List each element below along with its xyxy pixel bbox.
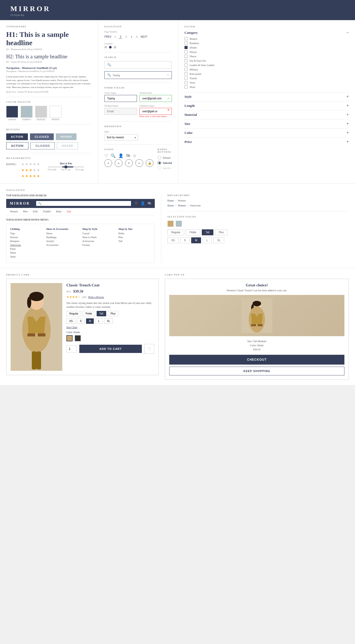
- filter-checkbox-military[interactable]: [184, 68, 188, 71]
- twitter-icon[interactable]: tw: [135, 159, 143, 167]
- filter-size-title[interactable]: Size +: [184, 122, 349, 126]
- filter-length-expand-icon[interactable]: +: [346, 103, 349, 108]
- facebook-icon[interactable]: f: [104, 159, 112, 167]
- nav-item-skirts[interactable]: Skirts: [10, 251, 43, 254]
- filter-item-blazers[interactable]: Blazers: [184, 37, 349, 40]
- add-to-cart-button[interactable]: ADD TO CART: [79, 345, 142, 353]
- nav-item-outerwear[interactable]: Outerwear: [10, 244, 43, 246]
- filter-checkbox-leather[interactable]: [184, 63, 188, 67]
- nav-item-jewelry[interactable]: Jewelry: [46, 240, 79, 243]
- filter-item-military[interactable]: Military: [184, 68, 349, 71]
- filter-color-expand-icon[interactable]: +: [346, 131, 349, 135]
- breadcrumb-home-1[interactable]: Home: [167, 199, 174, 202]
- fit-handle[interactable]: [64, 165, 67, 168]
- nav-item-dresses[interactable]: Dresses: [10, 236, 43, 239]
- lock-icon[interactable]: 🔒: [146, 159, 153, 167]
- nav-baby[interactable]: Baby: [56, 210, 61, 213]
- product-size-xl[interactable]: XL: [104, 318, 113, 324]
- sel-size-l[interactable]: L: [203, 237, 212, 243]
- sort-dropdown[interactable]: Sort by newest Sort by oldest Price: Low…: [104, 134, 138, 141]
- filter-color-title[interactable]: Color +: [184, 131, 349, 135]
- filter-style-expand-icon[interactable]: +: [346, 94, 349, 99]
- active-input[interactable]: [104, 95, 137, 102]
- heart-icon[interactable]: ♡: [104, 153, 108, 158]
- carousel-dot-1[interactable]: [104, 46, 107, 49]
- product-size-xs[interactable]: XS: [66, 318, 75, 324]
- search-box-typing[interactable]: 🔍 Typing ×: [104, 71, 172, 79]
- filter-item-vests[interactable]: Vests: [184, 81, 349, 84]
- search-clear-icon[interactable]: ×: [167, 73, 169, 77]
- filter-collapse-icon[interactable]: −: [346, 30, 349, 35]
- sel-color-blue[interactable]: [176, 221, 182, 227]
- nav-item-tall[interactable]: Tall: [118, 240, 151, 243]
- filter-style-title[interactable]: Style +: [184, 94, 349, 99]
- next-button[interactable]: NEXT: [141, 35, 148, 38]
- page-1[interactable]: 1: [113, 35, 117, 39]
- nav-item-plus[interactable]: Plus: [118, 236, 151, 239]
- quantity-input[interactable]: [66, 345, 77, 352]
- wishlist-button[interactable]: ♡: [144, 344, 154, 354]
- filter-item-rain[interactable]: Rain jacket: [184, 72, 349, 75]
- product-fit-petite[interactable]: Petite: [83, 311, 95, 316]
- filter-price-expand-icon[interactable]: +: [346, 140, 349, 144]
- breadcrumb-women-2[interactable]: Women: [178, 204, 186, 207]
- nav-item-formal[interactable]: Formal: [82, 244, 115, 246]
- prev-button[interactable]: PREV: [104, 35, 111, 38]
- nav-bag-icon[interactable]: 🛍: [148, 201, 151, 206]
- product-review-link[interactable]: Write a Review: [88, 296, 104, 299]
- nav-item-casual[interactable]: Casual: [82, 232, 115, 235]
- product-size-s[interactable]: S: [77, 318, 84, 324]
- sort-dropdown-wrap[interactable]: Sort by newest Sort by oldest Price: Low…: [104, 134, 138, 141]
- filter-checkbox-rain[interactable]: [184, 72, 188, 75]
- page-4[interactable]: 4: [130, 35, 133, 39]
- filter-item-bombers[interactable]: Bombers: [184, 42, 349, 45]
- carousel-dot-2[interactable]: [109, 46, 112, 49]
- page-2[interactable]: 2: [119, 35, 122, 39]
- filter-checkbox-wool[interactable]: [184, 85, 188, 88]
- nav-item-handbags[interactable]: Handbags: [46, 236, 79, 239]
- keep-shopping-button[interactable]: KEEP SHOPPING: [169, 367, 344, 375]
- sel-fit-petite[interactable]: Petite: [186, 229, 200, 235]
- nav-item-petite[interactable]: Petite: [118, 232, 151, 235]
- sel-size-xs[interactable]: XS: [167, 237, 179, 243]
- nav-item-wear-to-work[interactable]: Wear to Work: [82, 236, 115, 239]
- filter-checkbox-bombers[interactable]: [184, 42, 188, 45]
- nav-item-accessories[interactable]: Accessories: [46, 244, 79, 246]
- sel-fit-tall[interactable]: Tall: [202, 229, 213, 235]
- star-icon[interactable]: ☆: [133, 153, 136, 158]
- product-size-m[interactable]: M: [86, 318, 94, 324]
- breadcrumb-outerwear[interactable]: Outerwear: [190, 204, 201, 207]
- breadcrumb-women-1[interactable]: Women: [178, 199, 186, 202]
- filter-item-leather[interactable]: Leather & Faux Leather: [184, 63, 349, 67]
- filter-length-title[interactable]: Length +: [184, 103, 349, 108]
- product-size-l[interactable]: L: [95, 318, 103, 324]
- search-icon-lg[interactable]: 🔍: [111, 153, 116, 158]
- product-fit-tall[interactable]: Tall: [97, 311, 106, 316]
- bag-icon[interactable]: 🛍: [126, 153, 130, 158]
- nav-women[interactable]: Women: [10, 210, 18, 213]
- pinterest-icon[interactable]: P: [125, 159, 133, 167]
- nav-item-activewear[interactable]: Activewear: [82, 240, 115, 243]
- carousel-dot-3[interactable]: [114, 46, 116, 49]
- product-color-black[interactable]: [75, 335, 81, 341]
- product-fit-plus[interactable]: Plus: [108, 311, 118, 316]
- clicked-button-outline[interactable]: CLICKED: [30, 142, 55, 149]
- nav-toddler[interactable]: Toddler: [43, 210, 51, 213]
- filter-material-title[interactable]: Material +: [184, 112, 349, 117]
- clicked-button-solid[interactable]: CLICKED: [30, 133, 54, 140]
- sel-size-m[interactable]: M: [191, 237, 201, 243]
- nav-item-tops[interactable]: Tops: [10, 232, 43, 235]
- page-5[interactable]: 5: [135, 35, 138, 39]
- action-button-solid[interactable]: ACTION: [6, 133, 28, 140]
- nav-item-pants[interactable]: Pants: [10, 247, 43, 250]
- nav-sale[interactable]: Sale: [67, 210, 71, 213]
- instagram-icon[interactable]: ig: [115, 159, 122, 167]
- breadcrumb-home-2[interactable]: Home: [167, 204, 174, 207]
- nav-item-shoes[interactable]: Shoes: [46, 232, 79, 235]
- sel-size-xl[interactable]: XL: [213, 237, 224, 243]
- nav-item-jeans[interactable]: Jeans: [10, 255, 43, 258]
- sel-size-s[interactable]: S: [180, 237, 190, 243]
- top-nav-search[interactable]: 🔍: [36, 201, 131, 206]
- filter-item-wool[interactable]: Wool: [184, 85, 349, 88]
- user-icon[interactable]: 👤: [118, 153, 124, 158]
